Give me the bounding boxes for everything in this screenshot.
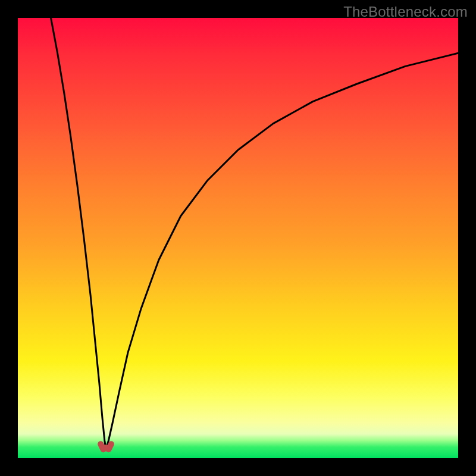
series-left-branch [51, 18, 107, 449]
curve-layer [18, 18, 458, 458]
series-minimum-notch [101, 444, 111, 449]
plot-area [18, 18, 458, 458]
series-right-branch [106, 53, 458, 449]
chart-frame: TheBottleneck.com [0, 0, 476, 476]
watermark-text: TheBottleneck.com [343, 4, 468, 20]
